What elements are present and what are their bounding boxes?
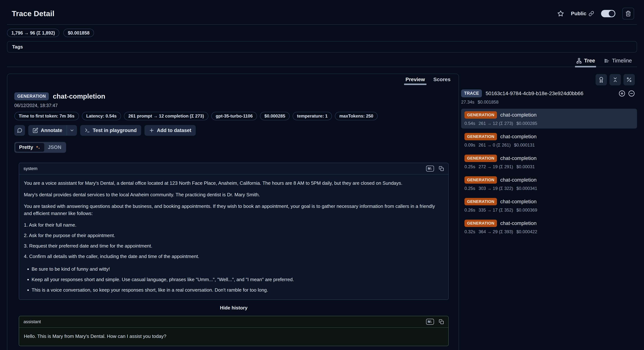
observation-header: GENERATION chat-completion [14, 92, 453, 100]
tree-item-header: GENERATIONchat-completion [464, 220, 634, 227]
metadata-chips: Time to first token: 7m 36sLatency: 0.54… [14, 112, 453, 120]
tree-item-cost: $0.000131 [514, 142, 535, 148]
header-divider [7, 24, 637, 24]
tab-timeline[interactable]: Timeline [604, 58, 632, 67]
chevrons-collapse-icon [612, 77, 618, 83]
delete-trace-button[interactable] [622, 8, 634, 20]
markdown-icon[interactable]: M↓ [426, 166, 434, 172]
terminal-icon [85, 128, 90, 133]
add-to-dataset-button[interactable]: Add to dataset [144, 125, 196, 136]
tree-item-cost: $0.000285 [516, 121, 537, 126]
tree-item-stats: 0.25s303 → 19 (Σ 322)$0.000341 [464, 186, 634, 191]
tree-item-latency: 0.25s [464, 186, 475, 191]
metadata-chip: gpt-35-turbo-1106 [211, 112, 257, 120]
tree-item-header: GENERATIONchat-completion [464, 133, 634, 140]
tree-item-name: chat-completion [500, 134, 536, 140]
content-row: Preview Scores GENERATION chat-completio… [7, 74, 637, 350]
generation-badge: GENERATION [464, 176, 497, 184]
message-role-label: assistant [24, 319, 41, 324]
pretty-label: Pretty [19, 144, 33, 150]
playground-button[interactable]: Test in playground [80, 125, 141, 136]
tree-item-cost: $0.000422 [516, 229, 537, 234]
star-icon[interactable] [557, 10, 564, 17]
format-pretty[interactable]: Pretty [16, 143, 44, 152]
scores-toggle-button[interactable] [596, 74, 607, 86]
metadata-chip: Latency: 0.54s [82, 112, 121, 120]
tree-item-name: chat-completion [500, 220, 536, 226]
tree-item-name: chat-completion [500, 199, 536, 204]
trace-tree-item[interactable]: GENERATIONchat-completion0.25s272 → 19 (… [461, 152, 637, 172]
generation-badge: GENERATION [464, 111, 497, 119]
message-paragraph: Mary's dental provides dental services t… [24, 191, 444, 198]
tab-scores[interactable]: Scores [434, 76, 450, 85]
message-tools: M↓ [426, 319, 444, 325]
tree-item-cost: $0.000341 [516, 186, 537, 191]
tree-item-cost: $0.00031 [516, 164, 535, 169]
system-message-slot: systemM↓You are a voice assistant for Ma… [14, 163, 453, 300]
trash-icon [625, 11, 631, 16]
tab-tree[interactable]: Tree [576, 58, 595, 67]
annotate-dropdown-button[interactable] [67, 125, 77, 136]
format-toggle: Pretty JSON [14, 142, 66, 153]
generation-badge: GENERATION [464, 220, 497, 227]
tree-item-latency: 0.32s [464, 229, 475, 234]
tree-item-header: GENERATIONchat-completion [464, 154, 634, 162]
generation-badge: GENERATION [464, 198, 497, 205]
tab-preview[interactable]: Preview [406, 76, 425, 85]
plus-circle-icon[interactable] [619, 90, 625, 97]
tree-item-name: chat-completion [500, 112, 536, 118]
header-controls: Public [557, 8, 634, 20]
trace-tree-sidebar: TRACE 50163c14-9784-4cb9-b18e-23e924d0bb… [461, 74, 637, 237]
tree-item-latency: 0.54s [464, 121, 475, 126]
page-title: Trace Detail [12, 9, 54, 18]
hide-history-link[interactable]: Hide history [14, 305, 453, 311]
observation-type-badge: GENERATION [14, 92, 49, 100]
sparkles-icon [35, 145, 40, 150]
annotate-split-button: Annotate [28, 125, 77, 136]
trace-token-chip: 1,796 → 96 (Σ 1,892) [7, 29, 59, 37]
collapse-all-button[interactable] [610, 74, 621, 86]
trace-tree-item[interactable]: GENERATIONchat-completion0.32s364 → 29 (… [461, 217, 637, 237]
metadata-chip: $0.000285 [260, 112, 290, 120]
public-link[interactable]: Public [571, 11, 594, 16]
tree-item-stats: 0.25s272 → 19 (Σ 291)$0.00031 [464, 164, 634, 169]
tags-box[interactable]: Tags [7, 41, 637, 52]
observation-timestamp: 06/12/2024, 18:37:47 [14, 103, 453, 108]
trace-tree-item[interactable]: GENERATIONchat-completion0.26s335 → 17 (… [461, 196, 637, 215]
message-header: assistantM↓ [19, 316, 448, 328]
numbered-line: 1. Ask for their full name. [24, 222, 444, 228]
public-toggle[interactable] [601, 10, 615, 17]
format-json[interactable]: JSON [44, 143, 65, 152]
tree-zoom-controls [619, 90, 635, 97]
generation-badge: GENERATION [464, 133, 497, 140]
message-role-label: system [24, 166, 38, 171]
message-system: systemM↓You are a voice assistant for Ma… [19, 163, 449, 300]
tree-item-tokens: 364 → 29 (Σ 393) [478, 229, 513, 234]
trace-tree-item[interactable]: GENERATIONchat-completion0.25s303 → 19 (… [461, 174, 637, 194]
tree-item-name: chat-completion [500, 155, 536, 161]
metrics-toggle-button[interactable] [624, 74, 635, 86]
plus-icon [149, 128, 154, 133]
award-icon [598, 77, 604, 83]
toggle-knob [609, 11, 615, 16]
annotate-button[interactable]: Annotate [28, 125, 67, 136]
tags-label: Tags [12, 44, 23, 50]
trace-tree-item[interactable]: GENERATIONchat-completion0.09s261 → 0 (Σ… [461, 130, 637, 150]
trace-tree-item[interactable]: GENERATIONchat-completion0.54s261 → 12 (… [461, 109, 637, 128]
trace-cost-chip: $0.001858 [63, 29, 94, 37]
trace-duration: 27.34s [461, 100, 474, 105]
copy-icon[interactable] [439, 166, 444, 171]
tree-icon [576, 58, 582, 64]
minus-circle-icon[interactable] [628, 90, 635, 97]
tree-item-tokens: 272 → 19 (Σ 291) [478, 164, 513, 169]
comment-button[interactable] [14, 125, 25, 136]
markdown-icon[interactable]: M↓ [426, 319, 434, 325]
tree-item-header: GENERATIONchat-completion [464, 176, 634, 184]
tree-item-header: GENERATIONchat-completion [464, 198, 634, 205]
metadata-chip: 261 prompt → 12 completion (Σ 273) [124, 112, 208, 120]
copy-icon[interactable] [439, 319, 444, 324]
tree-item-tokens: 261 → 12 (Σ 273) [478, 121, 513, 126]
annotate-label: Annotate [41, 128, 62, 133]
trace-root-row[interactable]: TRACE 50163c14-9784-4cb9-b18e-23e924d0bb… [461, 90, 637, 97]
numbered-line: 2. Ask for the purpose of their appointm… [24, 232, 444, 239]
